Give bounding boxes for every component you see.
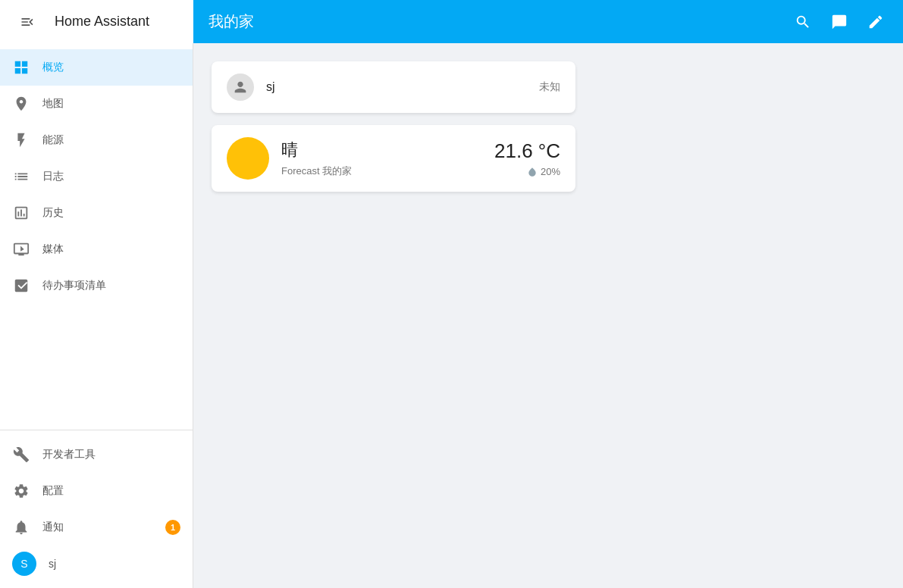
weather-location: Forecast 我的家 — [281, 164, 482, 178]
main-content: sj 未知 晴 Forecast 我的家 21.6 °C — [193, 43, 903, 588]
weather-temp-section: 21.6 °C 20% — [494, 139, 560, 177]
sidebar-item-energy[interactable]: 能源 — [0, 122, 193, 158]
sidebar-item-label: 概览 — [42, 61, 64, 74]
map-icon — [12, 95, 30, 113]
humidity-icon — [527, 167, 538, 177]
sidebar-item-map[interactable]: 地图 — [0, 86, 193, 122]
sidebar-item-label: 待办事项清单 — [42, 279, 106, 292]
history-icon — [12, 204, 30, 222]
sidebar-bottom: 开发者工具 配置 通知 1 — [0, 430, 193, 588]
user-card-avatar-icon — [227, 74, 254, 101]
weather-condition: 晴 — [281, 139, 482, 161]
sidebar-item-label: 日志 — [42, 170, 64, 183]
notification-badge: 1 — [165, 520, 180, 535]
header-actions — [788, 7, 891, 37]
notification-label: 通知 — [42, 521, 64, 534]
main-header: 我的家 — [193, 0, 903, 43]
sidebar-item-notifications[interactable]: 通知 1 — [0, 509, 193, 546]
avatar: S — [12, 552, 36, 576]
weather-card-inner: 晴 Forecast 我的家 21.6 °C 20% — [212, 125, 575, 192]
sidebar-item-media[interactable]: 媒体 — [0, 231, 193, 267]
user-card-status: 未知 — [539, 80, 560, 94]
media-icon — [12, 240, 30, 258]
user-card-name: sj — [266, 80, 527, 94]
chat-button[interactable] — [824, 7, 854, 37]
sidebar-item-history[interactable]: 历史 — [0, 195, 193, 231]
weather-info: 晴 Forecast 我的家 — [281, 139, 482, 178]
user-label: sj — [49, 558, 56, 570]
sidebar-item-logs[interactable]: 日志 — [0, 158, 193, 195]
layout: 概览 地图 能源 — [0, 43, 903, 588]
sidebar-item-label: 能源 — [42, 133, 64, 147]
weather-temperature: 21.6 °C — [494, 139, 560, 163]
settings-icon — [12, 482, 30, 500]
menu-toggle-button[interactable] — [12, 7, 42, 37]
sidebar-item-user[interactable]: S sj — [0, 546, 193, 582]
wrench-icon — [12, 446, 30, 464]
search-button[interactable] — [788, 7, 818, 37]
energy-icon — [12, 131, 30, 149]
sunny-icon — [227, 137, 269, 180]
sidebar-item-dev-tools[interactable]: 开发者工具 — [0, 436, 193, 473]
app-title: Home Assistant — [55, 14, 149, 30]
user-status-card: sj 未知 — [212, 61, 575, 113]
grid-icon — [12, 58, 30, 77]
sidebar-nav: 概览 地图 能源 — [0, 43, 193, 430]
sidebar-header: Home Assistant — [0, 0, 193, 43]
sidebar-item-settings[interactable]: 配置 — [0, 473, 193, 509]
sidebar-item-label: 媒体 — [42, 242, 64, 256]
user-card-inner: sj 未知 — [212, 61, 575, 113]
top-bar: Home Assistant 我的家 — [0, 0, 903, 43]
humidity-value: 20% — [541, 166, 560, 177]
sidebar-item-label: 历史 — [42, 206, 64, 220]
bell-icon — [12, 518, 30, 536]
weather-humidity: 20% — [494, 166, 560, 177]
sidebar-item-label: 配置 — [42, 484, 64, 498]
logs-icon — [12, 167, 30, 186]
sidebar-item-label: 地图 — [42, 97, 64, 111]
sidebar-item-overview[interactable]: 概览 — [0, 49, 193, 86]
sidebar-item-todo[interactable]: 待办事项清单 — [0, 267, 193, 304]
edit-button[interactable] — [861, 7, 891, 37]
page-title: 我的家 — [209, 11, 254, 32]
weather-card: 晴 Forecast 我的家 21.6 °C 20% — [212, 125, 575, 192]
sidebar-item-label: 开发者工具 — [42, 448, 96, 461]
todo-icon — [12, 277, 30, 295]
sidebar: 概览 地图 能源 — [0, 43, 193, 588]
